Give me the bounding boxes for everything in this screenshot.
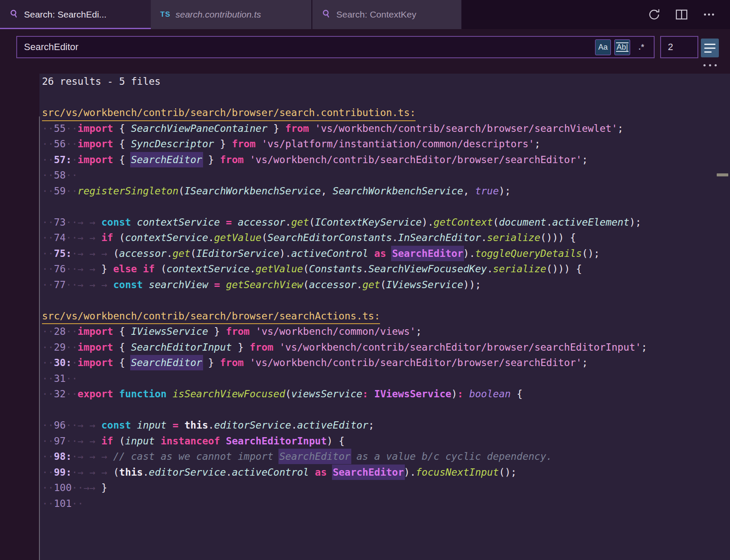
context-lines-box [660, 36, 698, 58]
code-token: ·· [42, 248, 54, 259]
code-token: . [481, 232, 487, 243]
result-file-path[interactable]: src/vs/workbench/contrib/search/browser/… [42, 309, 380, 325]
code-token: this [184, 420, 208, 431]
code-token: ( [303, 279, 309, 290]
search-more-icon[interactable] [701, 64, 719, 66]
code-token: true [475, 185, 499, 197]
code-token: IViewsService [374, 388, 452, 399]
code-token: const [102, 217, 131, 228]
code-token [220, 279, 226, 290]
code-token: . [392, 232, 398, 243]
code-token: ( [380, 279, 386, 290]
search-match: 74 [54, 232, 66, 243]
code-token: from [220, 154, 243, 165]
code-token: activeControl [291, 248, 368, 259]
search-match: SearchEditor [333, 467, 404, 478]
code-line: ··76··→ → } else if (contextService.getV… [42, 261, 730, 277]
search-match: 56 [54, 138, 66, 149]
code-token: get [362, 279, 380, 290]
code-token: IViewsService [131, 326, 208, 337]
code-token: } [267, 123, 285, 134]
code-token: from [220, 357, 243, 368]
code-token: } [202, 357, 220, 368]
search-match: SearchEditor [392, 248, 463, 259]
code-token [309, 467, 315, 478]
search-results-editor[interactable]: 26 results - 5 filessrc/vs/workbench/con… [39, 74, 730, 560]
code-token [155, 435, 161, 447]
code-token [250, 326, 256, 337]
search-match: 30: [54, 357, 72, 368]
code-token: . [356, 279, 362, 290]
typescript-icon: TS [160, 10, 171, 19]
code-token: ·· [42, 326, 54, 337]
split-editor-icon[interactable] [673, 6, 691, 24]
code-token: ·· [66, 342, 78, 353]
whole-word-icon[interactable]: Ab| [614, 39, 630, 55]
code-line: ··99:·→ → → (this.editorService.activeCo… [42, 465, 730, 480]
code-token: . [167, 248, 173, 259]
code-token [327, 467, 333, 478]
code-line: ··100··→→ } [42, 480, 730, 496]
code-token: → → → [78, 279, 113, 290]
tab-label: Search: SearchEdi... [24, 9, 107, 20]
search-match: 55 [54, 123, 66, 134]
code-line: ··77··→ → → const searchView = getSearch… [42, 277, 730, 293]
context-lines-input[interactable] [661, 42, 697, 53]
code-token: { [113, 357, 131, 368]
code-token [131, 217, 137, 228]
code-token: serialize [487, 232, 541, 243]
code-token: ·· [66, 232, 78, 243]
search-match: 75: [54, 248, 72, 259]
search-query-input[interactable] [17, 37, 595, 57]
code-line: ··28··import { IViewsService } from 'vs/… [42, 324, 730, 340]
code-token: activeElement [552, 217, 629, 228]
more-actions-icon[interactable] [700, 6, 718, 24]
code-token: . [285, 217, 291, 228]
code-token: import [78, 326, 113, 337]
code-token: 'vs/workbench/contrib/searchEditor/brows… [250, 154, 582, 165]
search-match: 98: [54, 451, 72, 462]
code-token: ·· [66, 326, 78, 337]
code-token: · [72, 154, 78, 165]
code-token: ·· [42, 467, 54, 478]
blank-line [42, 292, 730, 308]
code-token: { [113, 326, 131, 337]
code-token: 'vs/workbench/contrib/searchEditor/brows… [279, 342, 641, 353]
code-token: } [214, 138, 232, 149]
tab-search-contribution-ts[interactable]: TSsearch.contribution.ts [151, 0, 312, 29]
code-token: instanceof [161, 435, 220, 447]
code-token: ( [493, 217, 499, 228]
refresh-icon[interactable] [645, 6, 663, 24]
code-token: document [499, 217, 546, 228]
code-token: = [214, 279, 220, 290]
search-match: as a value b/c cyclic dependency. [350, 451, 552, 462]
toggle-search-details-icon[interactable] [701, 39, 719, 57]
result-file-path[interactable]: src/vs/workbench/contrib/search/browser/… [42, 105, 416, 121]
code-token: } [102, 263, 114, 274]
code-token: ·· [42, 170, 54, 181]
match-case-icon[interactable]: Aa [595, 39, 611, 55]
code-token: function [119, 388, 167, 399]
code-token: import [78, 357, 113, 368]
code-token: ); [629, 217, 641, 228]
code-token: ·· [42, 357, 54, 368]
code-token: ·· [66, 388, 78, 399]
tab-search-searcheditor[interactable]: Search: SearchEdi... [0, 0, 151, 29]
code-token: ( [190, 248, 196, 259]
code-line: ··29··import { SearchEditorInput } from … [42, 340, 730, 355]
code-token: )); [463, 279, 481, 290]
regex-icon[interactable]: .* [634, 39, 649, 55]
code-token: ; [368, 420, 374, 431]
code-token: . [487, 263, 493, 274]
code-token: } [232, 342, 250, 353]
code-token [137, 263, 143, 274]
code-token: ·· [72, 482, 84, 493]
code-token: ). [463, 248, 475, 259]
code-token: ·· [42, 482, 54, 493]
code-token: ( [155, 263, 167, 274]
code-token: ·· [42, 498, 54, 509]
code-token [256, 138, 262, 149]
blank-line [42, 199, 730, 214]
code-token: ·· [42, 138, 54, 149]
tab-search-contextkey[interactable]: Search: ContextKey [312, 0, 462, 29]
